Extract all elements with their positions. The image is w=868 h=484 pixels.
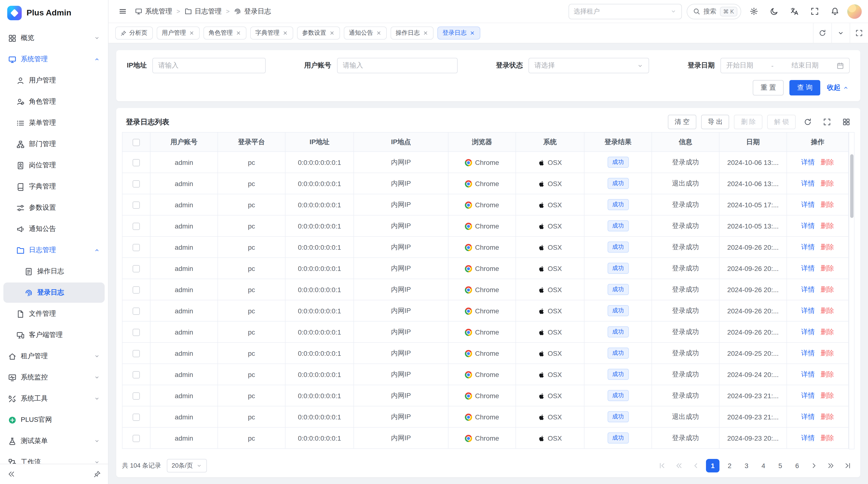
detail-link[interactable]: 详情 (801, 328, 815, 335)
sidebar-item-log-management[interactable]: 日志管理 (3, 240, 105, 260)
row-checkbox[interactable] (133, 244, 140, 251)
search-button[interactable]: 查 询 (789, 80, 820, 95)
delete-link[interactable]: 删除 (820, 222, 834, 229)
row-checkbox[interactable] (133, 435, 140, 442)
global-search[interactable]: 搜索 ⌘ K (686, 4, 741, 19)
page-button-4[interactable]: 4 (756, 459, 770, 473)
row-checkbox[interactable] (133, 329, 140, 336)
row-checkbox[interactable] (133, 371, 140, 379)
tab-role-management[interactable]: 角色管理 (203, 27, 246, 39)
sidebar-item-dept-management[interactable]: 部门管理 (3, 134, 105, 154)
sidebar-item-test-menu[interactable]: 测试菜单 (3, 431, 105, 451)
close-tab-icon[interactable] (236, 30, 241, 36)
page-button-2[interactable]: 2 (723, 459, 736, 473)
user-account-input[interactable]: 请输入 (337, 58, 458, 73)
delete-link[interactable]: 删除 (820, 285, 834, 293)
sidebar-item-overview[interactable]: 概览 (3, 28, 105, 48)
sidebar-item-operation-log[interactable]: 操作日志 (3, 261, 105, 282)
sidebar-item-login-log[interactable]: 登录日志 (3, 283, 105, 303)
delete-link[interactable]: 删除 (820, 433, 834, 441)
delete-link[interactable]: 删除 (820, 370, 834, 378)
close-tab-icon[interactable] (329, 30, 334, 36)
row-checkbox[interactable] (133, 286, 140, 294)
detail-link[interactable]: 详情 (801, 306, 815, 314)
sidebar-item-dict-management[interactable]: 字典管理 (3, 176, 105, 197)
close-tab-icon[interactable] (423, 30, 428, 36)
login-status-select[interactable]: 请选择 (529, 58, 649, 73)
page-button-1[interactable]: 1 (706, 459, 719, 473)
tab-user-management[interactable]: 用户管理 (156, 27, 199, 39)
row-checkbox[interactable] (133, 414, 140, 421)
table-fullscreen-button[interactable] (820, 115, 834, 129)
row-checkbox[interactable] (133, 159, 140, 166)
content-fullscreen-button[interactable] (850, 23, 868, 43)
refresh-page-button[interactable] (813, 23, 831, 43)
collapse-filter-button[interactable]: 收起 (826, 80, 850, 95)
page-button-6[interactable]: 6 (790, 459, 804, 473)
row-checkbox[interactable] (133, 308, 140, 315)
detail-link[interactable]: 详情 (801, 391, 815, 399)
delete-link[interactable]: 删除 (820, 412, 834, 420)
detail-link[interactable]: 详情 (801, 200, 815, 208)
tab-dict-management[interactable]: 字典管理 (250, 27, 293, 39)
detail-link[interactable]: 详情 (801, 433, 815, 441)
delete-link[interactable]: 删除 (820, 328, 834, 335)
sidebar-item-system-tools[interactable]: 系统工具 (3, 389, 105, 409)
unlock-button[interactable]: 解 锁 (767, 115, 796, 129)
reset-button[interactable]: 重 置 (753, 80, 784, 95)
detail-link[interactable]: 详情 (801, 412, 815, 420)
settings-button[interactable] (746, 4, 762, 19)
notifications-button[interactable] (827, 4, 842, 19)
detail-link[interactable]: 详情 (801, 179, 815, 187)
delete-link[interactable]: 删除 (820, 179, 834, 187)
tab-login-log[interactable]: 登录日志 (437, 27, 480, 39)
fullscreen-button[interactable] (807, 4, 822, 19)
tab-notice-announcement[interactable]: 通知公告 (344, 27, 386, 39)
delete-link[interactable]: 删除 (820, 391, 834, 399)
language-toggle[interactable] (786, 4, 802, 19)
detail-link[interactable]: 详情 (801, 285, 815, 293)
close-tab-icon[interactable] (469, 30, 475, 36)
table-scrollbar[interactable] (849, 132, 855, 449)
prev-page-button[interactable] (689, 459, 703, 473)
dark-mode-toggle[interactable] (766, 4, 782, 19)
tab-operation-log[interactable]: 操作日志 (390, 27, 433, 39)
detail-link[interactable]: 详情 (801, 370, 815, 378)
sidebar-item-user-management[interactable]: 用户管理 (3, 70, 105, 91)
row-checkbox[interactable] (133, 180, 140, 188)
sidebar-item-workflow[interactable]: 工作流 (3, 452, 105, 464)
ip-address-input[interactable]: 请输入 (152, 58, 266, 73)
sidebar-item-client-management[interactable]: 客户端管理 (3, 325, 105, 345)
jump-back-button[interactable] (672, 459, 686, 473)
delete-link[interactable]: 删除 (820, 200, 834, 208)
delete-link[interactable]: 删除 (820, 243, 834, 251)
close-tab-icon[interactable] (282, 30, 288, 36)
breadcrumb-item[interactable]: 系统管理 (135, 7, 172, 16)
app-logo[interactable]: Plus Admin (0, 0, 108, 26)
refresh-table-button[interactable] (801, 115, 815, 129)
delete-link[interactable]: 删除 (820, 158, 834, 166)
breadcrumb-item[interactable]: 登录日志 (234, 7, 271, 16)
sidebar-item-plus-website[interactable]: PLUS官网 (3, 410, 105, 430)
first-page-button[interactable] (655, 459, 669, 473)
column-settings-button[interactable] (839, 115, 854, 129)
delete-link[interactable]: 删除 (820, 349, 834, 356)
select-all-checkbox[interactable] (133, 139, 140, 146)
row-checkbox[interactable] (133, 201, 140, 209)
row-checkbox[interactable] (133, 392, 140, 400)
page-button-5[interactable]: 5 (774, 459, 787, 473)
collapse-sidebar-button[interactable] (5, 468, 18, 480)
detail-link[interactable]: 详情 (801, 349, 815, 356)
sidebar-item-role-management[interactable]: 角色管理 (3, 92, 105, 112)
delete-link[interactable]: 删除 (820, 264, 834, 272)
tabs-menu-button[interactable] (831, 23, 850, 43)
detail-link[interactable]: 详情 (801, 264, 815, 272)
row-checkbox[interactable] (133, 265, 140, 272)
sidebar-item-post-management[interactable]: 岗位管理 (3, 155, 105, 175)
sidebar-item-notice-announcement[interactable]: 通知公告 (3, 219, 105, 239)
page-size-select[interactable]: 20条/页 (167, 459, 207, 473)
hamburger-menu-button[interactable] (115, 4, 130, 19)
breadcrumb-item[interactable]: 日志管理 (184, 7, 222, 16)
sidebar-item-system-management[interactable]: 系统管理 (3, 49, 105, 69)
detail-link[interactable]: 详情 (801, 158, 815, 166)
